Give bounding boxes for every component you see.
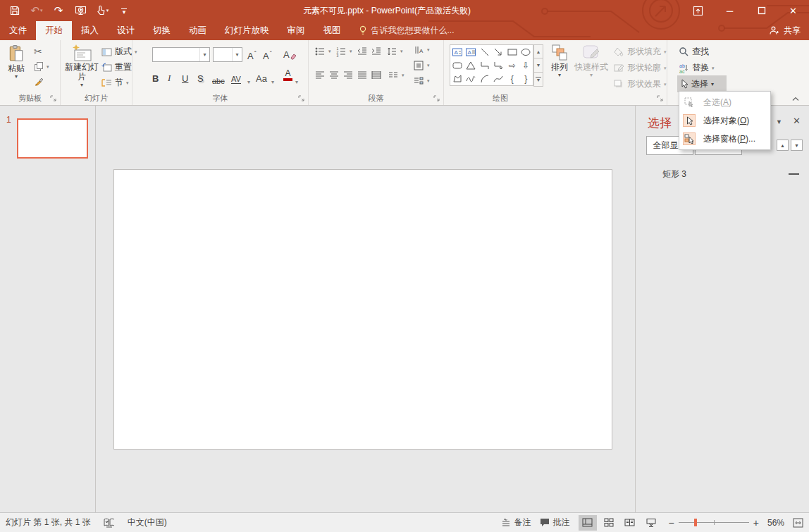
shape-textbox-vertical[interactable]: A (464, 45, 478, 58)
shape-arrow[interactable] (492, 45, 505, 58)
numbering-button[interactable]: 123 ▾ (335, 46, 352, 57)
share-button[interactable]: 共享 (760, 21, 809, 40)
shape-down-arrow[interactable]: ⇩ (519, 58, 533, 72)
zoom-in-button[interactable]: + (753, 517, 759, 528)
shape-rounded-rectangle[interactable] (450, 58, 464, 72)
slide-thumbnail-1[interactable] (17, 118, 88, 159)
tab-review[interactable]: 审阅 (278, 21, 314, 40)
comments-button[interactable]: 批注 (540, 516, 570, 528)
shape-outline-button[interactable]: 形状轮廓▾ (613, 62, 667, 74)
decrease-indent-button[interactable] (357, 46, 368, 57)
character-spacing-caret-icon[interactable]: ▾ (247, 71, 250, 85)
maximize-button[interactable] (746, 0, 777, 21)
save-button[interactable] (7, 2, 23, 19)
shape-effects-button[interactable]: 形状效果▾ (613, 78, 667, 90)
menu-item-selection-pane[interactable]: 选择窗格(P)... (679, 130, 770, 148)
bring-forward-button[interactable]: ▲ (777, 140, 789, 151)
align-center-button[interactable] (328, 70, 340, 81)
shape-line[interactable] (478, 45, 491, 58)
shape-fill-button[interactable]: 形状填充▾ (613, 46, 667, 58)
shape-freeform[interactable] (450, 72, 464, 85)
send-backward-button[interactable]: ▼ (791, 140, 803, 151)
decrease-font-size-button[interactable]: Aˇ (263, 47, 272, 61)
tab-design[interactable]: 设计 (108, 21, 144, 40)
change-case-button[interactable]: Aa (256, 70, 267, 84)
fit-to-window-button[interactable] (793, 518, 803, 528)
pane-options-caret-icon[interactable]: ▼ (776, 118, 782, 125)
visibility-toggle-hidden-icon[interactable] (789, 173, 799, 175)
line-spacing-button[interactable]: ▾ (386, 46, 403, 57)
menu-item-select-objects[interactable]: 选择对象(O) (679, 111, 770, 130)
shape-triangle[interactable] (464, 58, 478, 72)
columns-button[interactable]: ▾ (388, 70, 404, 81)
zoom-out-button[interactable]: − (669, 517, 674, 528)
paste-button[interactable]: 粘贴 ▾ (4, 44, 28, 90)
arrange-button[interactable]: 排列 ▾ (547, 44, 572, 90)
text-shadow-button[interactable]: S (197, 70, 204, 84)
tab-home[interactable]: 开始 (36, 21, 72, 40)
ribbon-display-options-button[interactable] (682, 0, 714, 21)
shape-left-brace[interactable]: { (505, 72, 519, 85)
paragraph-dialog-launcher[interactable] (433, 95, 440, 102)
font-name-combo[interactable]: ▾ (152, 47, 210, 62)
quick-styles-button[interactable]: 快速样式 ▾ (574, 44, 609, 90)
section-button[interactable]: 节▾ (101, 77, 129, 89)
touch-mouse-mode-button[interactable]: ▾ (94, 2, 110, 19)
align-left-button[interactable] (314, 70, 326, 81)
clipboard-dialog-launcher[interactable] (50, 95, 57, 102)
strikethrough-button[interactable]: abc (212, 71, 225, 85)
zoom-level[interactable]: 56% (767, 518, 784, 528)
tab-animations[interactable]: 动画 (180, 21, 216, 40)
layout-button[interactable]: 版式▾ (101, 46, 137, 58)
tab-transitions[interactable]: 切换 (144, 21, 180, 40)
zoom-slider[interactable] (679, 519, 749, 526)
increase-font-size-button[interactable]: Aˆ (247, 47, 257, 61)
language-indicator[interactable]: 中文(中国) (128, 516, 167, 528)
pane-close-icon[interactable]: ✕ (793, 116, 801, 126)
change-case-caret-icon[interactable]: ▾ (271, 71, 274, 85)
undo-button[interactable]: ↶▾ (29, 2, 44, 19)
slide-canvas[interactable] (113, 169, 612, 450)
gallery-more-button[interactable]: ▼ (533, 73, 543, 87)
close-button[interactable]: ✕ (777, 0, 809, 21)
clear-formatting-button[interactable]: A (283, 46, 297, 60)
italic-button[interactable]: I (168, 70, 171, 84)
underline-button[interactable]: U (182, 70, 188, 84)
slideshow-view-button[interactable] (642, 515, 660, 531)
shape-arc[interactable] (478, 72, 491, 85)
shape-list-item[interactable]: 矩形 3 (636, 165, 809, 183)
cut-button[interactable]: ✂ (34, 46, 42, 57)
font-color-caret-icon[interactable]: ▾ (295, 71, 298, 85)
shape-elbow-connector[interactable] (478, 58, 491, 72)
gallery-scroll-down-button[interactable]: ▼ (533, 58, 543, 73)
character-spacing-button[interactable]: AV (231, 70, 241, 84)
slide-sorter-view-button[interactable] (600, 515, 618, 531)
tab-slideshow[interactable]: 幻灯片放映 (216, 21, 278, 40)
align-text-button[interactable]: ▾ (413, 60, 430, 71)
font-dialog-launcher[interactable] (298, 95, 305, 102)
reading-view-button[interactable] (621, 515, 639, 531)
redo-button[interactable]: ↷ (51, 2, 66, 19)
font-color-button[interactable]: A (283, 70, 292, 81)
bold-button[interactable]: B (152, 70, 159, 84)
select-button[interactable]: 选择 ▾ (677, 75, 727, 92)
align-right-button[interactable] (342, 70, 354, 81)
zoom-slider-thumb[interactable] (694, 519, 697, 526)
justify-button[interactable] (357, 70, 368, 81)
shape-textbox-horizontal[interactable]: A (450, 45, 464, 58)
tell-me-box[interactable]: 告诉我您想要做什么... (350, 21, 463, 40)
copy-button[interactable]: ▾ (34, 61, 49, 72)
minimize-button[interactable]: ─ (714, 0, 746, 21)
shape-elbow-arrow-connector[interactable] (492, 58, 505, 72)
gallery-scroll-up-button[interactable]: ▲ (533, 44, 543, 58)
shape-rectangle[interactable] (505, 45, 519, 58)
find-button[interactable]: 查找 (679, 46, 709, 58)
replace-button[interactable]: abac 替换 ▾ (679, 62, 715, 74)
start-slideshow-button[interactable] (73, 2, 88, 19)
shape-right-brace[interactable]: } (519, 72, 533, 85)
distribute-button[interactable] (371, 70, 382, 81)
shape-oval[interactable] (519, 45, 533, 58)
spellcheck-icon[interactable] (104, 518, 115, 528)
shape-curve[interactable] (492, 72, 505, 85)
shape-right-arrow[interactable]: ⇨ (505, 58, 519, 72)
